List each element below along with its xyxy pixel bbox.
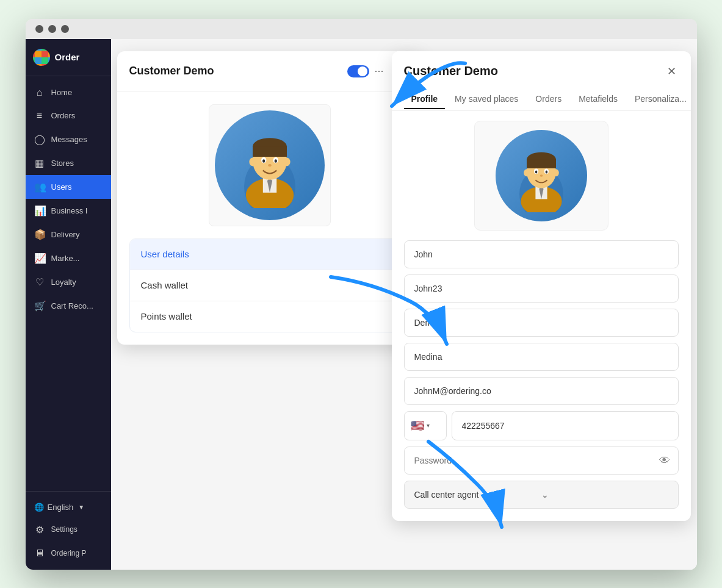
modal-left-header: Customer Demo ··· ✕ bbox=[117, 51, 422, 92]
traffic-light-close[interactable] bbox=[35, 25, 43, 33]
password-toggle-icon[interactable]: 👁 bbox=[659, 454, 670, 467]
sidebar-label-language: English bbox=[48, 503, 74, 512]
svg-point-9 bbox=[262, 159, 265, 163]
cart-icon: 🛒 bbox=[34, 300, 45, 312]
sidebar-item-marketing[interactable]: 📈 Marke... bbox=[26, 246, 111, 270]
traffic-light-minimize[interactable] bbox=[48, 25, 56, 33]
person-illustration bbox=[227, 123, 312, 208]
sidebar-item-orders[interactable]: ≡ Orders bbox=[26, 104, 111, 127]
tabs-bar: Profile My saved places Orders Metafield… bbox=[392, 81, 691, 111]
sidebar-item-loyalty[interactable]: ♡ Loyalty bbox=[26, 270, 111, 294]
right-avatar-section bbox=[392, 111, 691, 240]
sidebar-item-ordering[interactable]: 🖥 Ordering P bbox=[26, 542, 111, 565]
sidebar-label-settings: Settings bbox=[51, 525, 78, 534]
sidebar-item-messages[interactable]: ◯ Messages bbox=[26, 127, 111, 151]
svg-point-12 bbox=[249, 157, 256, 166]
sidebar-label-messages: Messages bbox=[51, 135, 87, 144]
language-dropdown-icon: ▼ bbox=[78, 504, 84, 511]
traffic-light-maximize[interactable] bbox=[61, 25, 69, 33]
right-avatar bbox=[496, 130, 587, 221]
ordering-icon: 🖥 bbox=[34, 548, 45, 559]
settings-icon: ⚙ bbox=[34, 524, 45, 536]
sidebar-item-users[interactable]: 👥 Users bbox=[26, 175, 111, 199]
marketing-icon: 📈 bbox=[34, 253, 45, 264]
titlebar bbox=[26, 19, 697, 39]
username-field[interactable] bbox=[404, 274, 679, 303]
business-icon: 📊 bbox=[34, 205, 45, 217]
sidebar-label-marketing: Marke... bbox=[51, 254, 80, 263]
menu-item-cash-wallet[interactable]: Cash wallet › bbox=[130, 270, 410, 301]
flag-icon: 🇺🇸 bbox=[411, 419, 424, 432]
sidebar-item-business[interactable]: 📊 Business I bbox=[26, 199, 111, 223]
sidebar-item-home[interactable]: ⌂ Home bbox=[26, 81, 111, 104]
email-field[interactable] bbox=[404, 377, 679, 405]
sidebar: Order ⌂ Home ≡ Orders ◯ Messages ▦ Store… bbox=[26, 39, 111, 570]
sidebar-item-settings[interactable]: ⚙ Settings bbox=[26, 518, 111, 542]
svg-point-26 bbox=[524, 169, 530, 176]
country-code-select[interactable]: 🇺🇸 ▾ bbox=[404, 411, 447, 440]
modal-right-header: Customer Demo ✕ bbox=[392, 51, 691, 81]
orders-icon: ≡ bbox=[34, 110, 45, 121]
tab-orders[interactable]: Orders bbox=[528, 89, 569, 109]
sidebar-label-delivery: Delivery bbox=[51, 230, 80, 239]
menu-item-cash-wallet-label: Cash wallet bbox=[141, 280, 395, 290]
more-options-button[interactable]: ··· bbox=[369, 62, 388, 80]
sidebar-label-stores: Stores bbox=[51, 159, 74, 168]
modal-left: Customer Demo ··· ✕ bbox=[117, 51, 422, 345]
avatar-container bbox=[209, 104, 331, 226]
sidebar-item-language[interactable]: 🌐 English ▼ bbox=[26, 497, 111, 518]
modal-right: Customer Demo ✕ Profile My saved places … bbox=[392, 51, 691, 521]
phone-row: 🇺🇸 ▾ bbox=[404, 411, 679, 440]
modal-left-avatar-section bbox=[117, 92, 422, 238]
sidebar-logo: Order bbox=[26, 39, 111, 76]
city-field[interactable] bbox=[404, 343, 679, 371]
modal-left-title: Customer Demo bbox=[129, 65, 342, 77]
menu-item-user-details[interactable]: User details › bbox=[130, 239, 410, 270]
svg-rect-6 bbox=[253, 146, 287, 157]
first-name-field[interactable] bbox=[404, 240, 679, 268]
sidebar-label-ordering: Ordering P bbox=[51, 549, 87, 558]
svg-point-13 bbox=[283, 157, 290, 166]
profile-form: 🇺🇸 ▾ 👁 Call center agent ⌄ bbox=[392, 240, 691, 521]
svg-point-10 bbox=[274, 159, 276, 163]
menu-item-user-details-label: User details bbox=[141, 249, 395, 259]
menu-item-points-wallet[interactable]: Points wallet › bbox=[130, 301, 410, 332]
sidebar-item-stores[interactable]: ▦ Stores bbox=[26, 151, 111, 175]
svg-point-11 bbox=[268, 163, 272, 166]
tab-saved-places[interactable]: My saved places bbox=[447, 89, 525, 109]
svg-point-24 bbox=[545, 170, 547, 173]
users-icon: 👥 bbox=[34, 181, 45, 193]
window-body: Order ⌂ Home ≡ Orders ◯ Messages ▦ Store… bbox=[26, 39, 697, 570]
sidebar-label-orders: Orders bbox=[51, 111, 76, 120]
role-dropdown[interactable]: Call center agent ⌄ bbox=[404, 481, 679, 509]
logo-text: Order bbox=[55, 52, 80, 62]
main-content: Customer Demo ··· ✕ bbox=[111, 39, 697, 570]
home-icon: ⌂ bbox=[34, 87, 45, 98]
stores-icon: ▦ bbox=[34, 157, 45, 169]
avatar bbox=[215, 110, 325, 220]
last-name-field[interactable] bbox=[404, 309, 679, 337]
flag-chevron-icon: ▾ bbox=[427, 422, 430, 429]
password-row: 👁 bbox=[404, 446, 679, 475]
sidebar-item-cart-recovery[interactable]: 🛒 Cart Reco... bbox=[26, 294, 111, 318]
sidebar-label-users: Users bbox=[51, 182, 72, 192]
role-label: Call center agent bbox=[414, 490, 541, 500]
sidebar-label-home: Home bbox=[51, 88, 73, 97]
tab-personalization[interactable]: Personaliza... bbox=[627, 89, 691, 109]
customer-toggle[interactable] bbox=[347, 65, 369, 77]
sidebar-label-loyalty: Loyalty bbox=[51, 278, 76, 287]
password-field[interactable] bbox=[404, 446, 679, 475]
svg-point-27 bbox=[553, 169, 559, 176]
role-dropdown-icon: ⌄ bbox=[541, 490, 668, 500]
tab-metafields[interactable]: Metafields bbox=[571, 89, 625, 109]
tab-profile[interactable]: Profile bbox=[404, 89, 446, 109]
sidebar-item-delivery[interactable]: 📦 Delivery bbox=[26, 223, 111, 246]
phone-field[interactable] bbox=[452, 411, 679, 440]
svg-point-25 bbox=[540, 174, 543, 177]
sidebar-nav: ⌂ Home ≡ Orders ◯ Messages ▦ Stores 👥 bbox=[26, 76, 111, 491]
app-window: Order ⌂ Home ≡ Orders ◯ Messages ▦ Store… bbox=[26, 19, 697, 570]
modal-right-close-button[interactable]: ✕ bbox=[665, 62, 679, 81]
logo-icon bbox=[33, 49, 50, 66]
svg-rect-20 bbox=[527, 159, 556, 168]
sidebar-footer: 🌐 English ▼ ⚙ Settings 🖥 Ordering P bbox=[26, 491, 111, 570]
